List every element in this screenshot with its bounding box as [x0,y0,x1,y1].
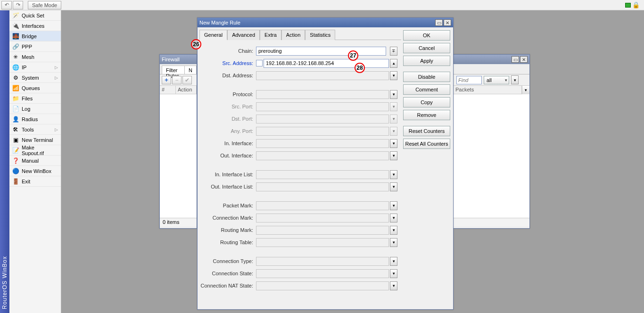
connection-nat-state-expand-button[interactable]: ▾ [390,281,397,290]
dialog-titlebar[interactable]: New Mangle Rule ▭ ✕ [198,18,453,27]
tab-next[interactable]: N [185,66,197,74]
connection-mark-input[interactable] [256,214,389,222]
col-packets[interactable]: Packets [454,86,522,94]
remove-button[interactable]: − [172,76,182,84]
add-button[interactable]: ＋ [162,76,171,84]
protocol-expand-button[interactable]: ▾ [390,90,397,99]
sidebar-item-exit[interactable]: 🚪Exit [9,176,61,187]
src-port-input [256,102,389,111]
filter-select[interactable]: all [484,76,509,84]
sidebar-item-manual[interactable]: ❓Manual [9,156,61,166]
firewall-title[interactable]: Firewall [160,55,197,64]
reset-counters-button[interactable]: Reset Counters [403,126,450,136]
protocol-input[interactable] [256,90,389,99]
redo-button[interactable]: ↷ [13,1,23,9]
sidebar-item-new-terminal[interactable]: ▣New Terminal [9,135,61,145]
sidebar-item-bridge[interactable]: 🌉Bridge [9,31,61,41]
col-menu-button[interactable]: ▾ [522,86,529,94]
apply-button[interactable]: Apply [403,56,450,66]
menu-icon: ▣ [12,137,19,143]
sidebar-item-mesh[interactable]: ✳Mesh [9,52,61,62]
chain-dropdown-button[interactable]: ∓ [390,47,397,56]
out-interface-expand-button[interactable]: ▾ [390,151,397,160]
undo-button[interactable]: ↶ [1,1,12,9]
tab-statistics[interactable]: Statistics [305,30,335,40]
out-interface-input[interactable] [256,151,389,160]
sidebar-item-system[interactable]: ⚙System▷ [9,73,61,83]
cancel-button[interactable]: Cancel [403,43,450,53]
sidebar-item-interfaces[interactable]: 🔌Interfaces [9,21,61,31]
sidebar-item-radius[interactable]: 👤Radius [9,114,61,124]
copy-button[interactable]: Copy [403,97,450,107]
dst-expand-button[interactable]: ▾ [390,71,397,80]
label-protocol: Protocol: [199,91,256,97]
remove-button[interactable]: Remove [403,110,450,120]
menu-icon: 🔌 [12,23,19,29]
in-interface-expand-button[interactable]: ▾ [390,139,397,148]
sidebar-item-ppp[interactable]: 🔗PPP [9,41,61,52]
col-hash[interactable]: # [160,86,176,94]
menu-icon: 📝 [12,147,19,154]
disable-button[interactable]: Disable [403,72,450,82]
in-interface-list-input[interactable] [256,170,389,179]
ok-button[interactable]: OK [403,30,450,41]
src-collapse-button[interactable]: ▴ [390,59,397,68]
tab-extra[interactable]: Extra [260,30,281,40]
dialog-minimize-button[interactable]: ▭ [435,19,443,26]
in-interface-list-expand-button[interactable]: ▾ [390,170,397,179]
menu-icon: ❓ [12,157,19,164]
packet-mark-input[interactable] [256,201,389,210]
connection-state-expand-button[interactable]: ▾ [390,269,397,278]
connection-nat-state-input[interactable] [256,281,389,290]
out-interface-list-input[interactable] [256,182,389,191]
sidebar-item-log[interactable]: 📄Log [9,104,61,114]
filter-dropdown-button[interactable]: ▾ [511,75,519,84]
sidebar-item-tools[interactable]: 🛠Tools▷ [9,124,61,135]
tab-general[interactable]: General [199,30,227,40]
sidebar-item-label: Radius [22,116,38,122]
connection-type-input[interactable] [256,257,389,266]
label-connection-nat-state: Connection NAT State: [199,283,256,288]
routing-mark-input[interactable] [256,226,389,235]
tab-filter-rules[interactable]: Filter Rules [162,66,185,74]
sidebar-item-queues[interactable]: 📶Queues [9,83,61,93]
firewall-window-left: Firewall Filter Rules N ＋ − ✔ # Action [159,54,197,229]
routing-table-expand-button[interactable]: ▾ [390,238,397,247]
src-address-input[interactable] [264,59,389,68]
connection-mark-expand-button[interactable]: ▾ [390,214,397,222]
label-src-address: Src. Address: [199,60,256,66]
dst-address-input[interactable] [256,71,389,80]
tab-advanced[interactable]: Advanced [227,30,260,40]
chain-input[interactable] [256,47,386,56]
mangle-dialog: New Mangle Rule ▭ ✕ GeneralAdvancedExtra… [197,17,454,310]
label-any-port: Any. Port: [199,128,256,134]
connection-state-input[interactable] [256,269,389,278]
label-out-interface-list: Out. Interface List: [199,184,256,189]
sidebar-item-files[interactable]: 📁Files [9,93,61,104]
enable-button[interactable]: ✔ [182,76,192,84]
sidebar-item-quick-set[interactable]: 🪄Quick Set [9,10,61,21]
tab-action[interactable]: Action [281,30,305,40]
packet-mark-expand-button[interactable]: ▾ [390,201,397,210]
safe-mode-button[interactable]: Safe Mode [28,1,61,9]
firewall-body [160,94,197,218]
reset-all-counters-button[interactable]: Reset All Counters [403,139,450,149]
out-interface-list-expand-button[interactable]: ▾ [390,182,397,191]
close-button[interactable]: ✕ [520,56,528,63]
dialog-close-button[interactable]: ✕ [444,19,451,26]
sidebar-item-label: Make Supout.rif [22,145,58,156]
routing-table-input[interactable] [256,238,389,247]
comment-button[interactable]: Comment [403,84,450,95]
minimize-button[interactable]: ▭ [512,56,519,63]
any-port-expand-button: ▾ [390,127,397,136]
sidebar-item-new-winbox[interactable]: 🔵New WinBox [9,166,61,176]
col-action[interactable]: Action [176,86,197,94]
src-invert-checkbox[interactable] [256,60,263,66]
sidebar-item-ip[interactable]: 🌐IP▷ [9,62,61,73]
sidebar-item-make-supout-rif[interactable]: 📝Make Supout.rif [9,145,61,156]
menu-icon: ⚙ [12,74,19,81]
connection-type-expand-button[interactable]: ▾ [390,257,397,266]
in-interface-input[interactable] [256,139,389,148]
find-input[interactable] [456,76,482,84]
routing-mark-expand-button[interactable]: ▾ [390,226,397,235]
